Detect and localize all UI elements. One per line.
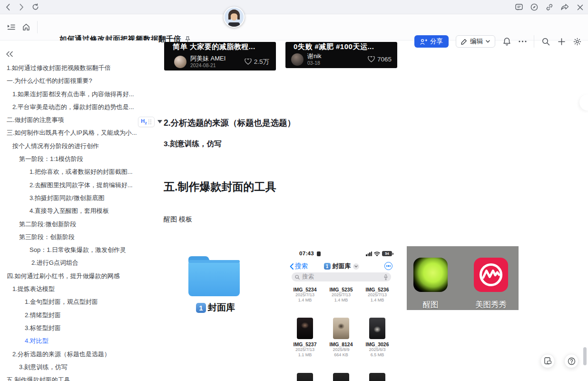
app-label: 美图秀秀 [474, 300, 508, 310]
edit-button-label: 编辑 [470, 37, 483, 46]
avatar[interactable] [224, 7, 245, 28]
chevron-down-icon [353, 263, 359, 270]
more-icon[interactable] [518, 37, 527, 46]
plus-icon[interactable] [557, 37, 566, 46]
more-options-icon [384, 262, 392, 270]
toc-item[interactable]: 3.刻意训练，仿写 [0, 361, 158, 373]
note-author-avatar [291, 53, 304, 66]
comment-icon[interactable] [515, 3, 523, 11]
file-item: IMG_5236 2025/7/13 1.4 MB [359, 287, 395, 303]
collapse-heading-caret[interactable] [157, 120, 162, 123]
doc-heading-3: 3.刻意训练，仿写 [164, 139, 221, 149]
doc-paragraph: 醒图 模板 [164, 215, 192, 224]
share-button[interactable]: 分享 [414, 35, 449, 48]
toc-item-active[interactable]: 4.对比型 [0, 334, 158, 347]
folder-image[interactable]: 1 封面库 [180, 250, 251, 317]
doc-heading-2: 2.分析选题的来源（标题也是选题） [164, 117, 295, 129]
bell-icon[interactable] [502, 37, 511, 46]
battery-icon: 54 [382, 251, 392, 256]
note-card-image[interactable]: 简单 大家要的减脂教程... 阿美妹 AMEI 2024-08-21 2.5万 [164, 42, 276, 70]
toc-item[interactable]: 2.分析选题的来源（标题也是选题） [0, 348, 158, 361]
file-item: IMG_5234 2025/7/13 1.4 MB [287, 287, 323, 303]
app-header: 如何通过修改封面把视频数据翻千倍 2 我的课程 | 2026 已经保存到云端 分… [0, 14, 588, 40]
link-icon[interactable] [545, 3, 554, 11]
file-grid-row-2: IMG_5237 2025/7/13 1.1 MB IMG_8124 2025/… [287, 318, 396, 358]
header-divider [37, 21, 38, 33]
feedback-button[interactable] [540, 354, 555, 368]
file-item: IMG_5237 2025/7/13 1.1 MB [287, 318, 323, 358]
toc-item[interactable]: 3.标签型封面 [0, 321, 158, 334]
doc-heading-1: 五.制作爆款封面的工具 [164, 180, 276, 194]
toc-item[interactable]: 1.把你喜欢，或者数据好的封面截图... [0, 165, 158, 178]
photo-thumbnail [333, 318, 349, 339]
heart-icon [368, 56, 375, 62]
toc-item[interactable]: 2.去醒图里找同款字体，提前编辑好... [0, 179, 158, 191]
forward-icon[interactable] [17, 3, 26, 11]
toc-item[interactable]: 1.金句型封面，观点型封面 [0, 295, 158, 308]
collapsed-panel-handle[interactable] [579, 94, 588, 110]
drag-handle-icon[interactable] [148, 120, 152, 125]
refresh-icon[interactable] [31, 3, 39, 11]
toc-item[interactable]: 第一阶段：1:1模仿阶段 [0, 152, 158, 165]
toc-item[interactable]: 四.如何通过刷小红书，提升做爆款的网感 [0, 270, 158, 282]
compass-icon[interactable] [530, 3, 539, 11]
note-card-image[interactable]: 0失败 #减肥 #100天运... 谢nik 03-18 7065 [285, 42, 397, 68]
back-icon[interactable] [3, 3, 12, 11]
sidebar: 1.如何通过修改封面把视频数据翻千倍 一.为什么小红书的封面很重要? 1.如果连… [0, 40, 158, 381]
photo-thumbnail [297, 318, 313, 339]
note-author-avatar [174, 56, 186, 68]
toc-item[interactable]: 二.做封面的注意事项 [0, 113, 158, 126]
photo-thumbnail [333, 373, 349, 381]
toc-item[interactable]: 1.如何通过修改封面把视频数据翻千倍 [0, 61, 158, 74]
phone-folder-title: 1 封面库 [285, 262, 397, 271]
header-divider-2 [534, 35, 534, 48]
toc-item[interactable]: 3.拍摄封面同款/微创新底图 [0, 191, 158, 204]
note-card-title: 0失败 #减肥 #100天运... [294, 42, 392, 51]
toc-item[interactable]: 三.如何制作出既具有个人IP风格，又能成为小... [0, 126, 158, 139]
toc-item[interactable]: 五.制作爆款封面的工具 [0, 373, 158, 381]
gear-icon[interactable] [573, 37, 581, 46]
file-grid-row-1: IMG_5234 2025/7/13 1.4 MB IMG_5235 2025/… [287, 287, 396, 303]
macos-folder-icon [186, 253, 243, 299]
like-count: 2.5万 [254, 58, 269, 66]
chevron-down-icon [486, 40, 490, 43]
file-grid-row-3 [287, 373, 396, 381]
toc-item[interactable]: Sop：1.日常收集爆款，激发创作灵 [0, 243, 158, 256]
toc-item[interactable]: 2.进行G点词组合 [0, 256, 158, 269]
status-icon [317, 251, 321, 256]
edit-button[interactable]: 编辑 [456, 35, 495, 48]
note-author-name: 谢nik [307, 53, 322, 60]
toc-item[interactable]: 2.平台审美是动态的，爆款封面的趋势也是... [0, 100, 158, 113]
heading-level-badge[interactable]: H2 [138, 117, 155, 127]
toc-item[interactable]: 按个人情况有分阶段的进行创作 [0, 140, 158, 152]
help-button[interactable] [564, 354, 578, 368]
app-icons-image[interactable]: 醒图 美图秀秀 [407, 246, 519, 310]
folder-label: 封面库 [208, 301, 235, 314]
phone-nav-bar: 搜索 1 封面库 [285, 262, 397, 271]
phone-time: 07:43 [299, 251, 314, 256]
note-author-name: 阿美妹 AMEI [190, 55, 225, 62]
scrollbar-thumb[interactable] [583, 347, 587, 365]
file-item: IMG_3026 2025/6/3 6.5 MB [359, 318, 395, 358]
toc-item[interactable]: 第三阶段：创新阶段 [0, 231, 158, 243]
toc-item[interactable]: 1.提炼表达模型 [0, 282, 158, 295]
folder-number-badge: 1 [196, 303, 206, 313]
table-of-contents: 1.如何通过修改封面把视频数据翻千倍 一.为什么小红书的封面很重要? 1.如果连… [0, 61, 158, 381]
phone-screenshot-image[interactable]: 07:43 54 搜索 1 封面库 搜索 IMG_5234 2025/7/13 [285, 246, 397, 381]
toc-item[interactable]: 4.直接导入至醒图，套用模板 [0, 204, 158, 217]
toc-item[interactable]: 第二阶段:微创新阶段 [0, 218, 158, 231]
toc-item[interactable]: 1.如果连封面都没有点击率，内容做得再好... [0, 88, 158, 100]
search-icon[interactable] [541, 37, 550, 46]
close-icon[interactable] [576, 3, 584, 11]
file-item: IMG_5235 2025/7/13 1.4 MB [323, 287, 359, 303]
photo-thumbnail [369, 373, 385, 381]
like-count: 7065 [377, 56, 392, 63]
share-forward-icon[interactable] [560, 3, 569, 11]
photo-thumbnail [297, 373, 313, 381]
outline-tree-icon[interactable] [7, 23, 15, 31]
collapse-sidebar-icon[interactable] [6, 51, 13, 57]
toc-item[interactable]: 2.情绪型封面 [0, 309, 158, 321]
wifi-icon [374, 251, 380, 256]
home-icon[interactable] [22, 23, 30, 31]
toc-item[interactable]: 一.为什么小红书的封面很重要? [0, 74, 158, 87]
